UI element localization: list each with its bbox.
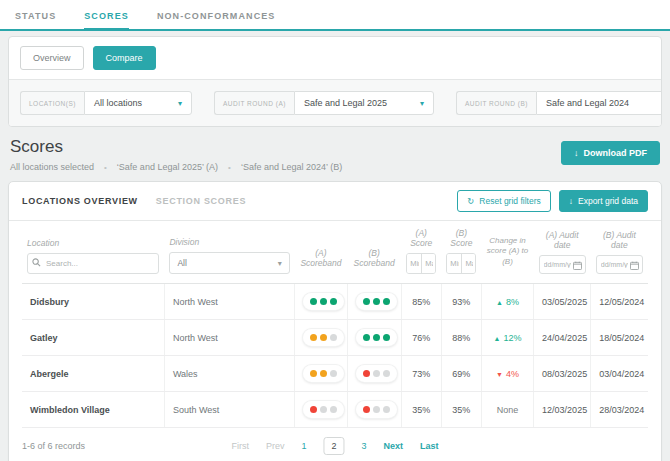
grid-tab-locations-overview[interactable]: LOCATIONS OVERVIEW xyxy=(22,196,138,206)
chevron-down-icon: ▾ xyxy=(178,99,182,108)
division-filter-value: All xyxy=(177,258,186,268)
audit-date-a-cell: 08/03/2025 xyxy=(534,356,591,392)
location-search xyxy=(27,253,159,274)
grid-header: LOCATIONS OVERVIEW SECTION SCORES ↻ Rese… xyxy=(9,182,661,221)
table-body: DidsburyNorth West85%93%▲8%03/05/202512/… xyxy=(22,284,648,428)
download-icon: ↓ xyxy=(569,196,573,206)
down-arrow-icon: ▼ xyxy=(496,371,503,378)
division-filter-select[interactable]: All ▾ xyxy=(169,252,289,274)
scoreband-dot-green-icon xyxy=(310,298,317,305)
scoreband-dot-green-icon xyxy=(373,298,380,305)
scoreband-dot-green-icon xyxy=(330,298,337,305)
table-row: Wimbledon VillageSouth West35%35%None12/… xyxy=(22,392,648,428)
scoreband-pill xyxy=(303,293,344,310)
score-b-max-input[interactable] xyxy=(461,254,475,273)
scoreband-dot-grey-icon xyxy=(330,406,337,413)
tab-scores[interactable]: SCORES xyxy=(84,0,129,31)
scoreband-pill xyxy=(303,365,344,382)
score-b-cell: 35% xyxy=(441,392,481,428)
pagination-first[interactable]: First xyxy=(231,441,249,451)
scoreband-cell xyxy=(295,392,347,428)
change-cell: ▼4% xyxy=(481,356,533,392)
calendar-icon xyxy=(630,261,639,270)
chevron-down-icon: ▾ xyxy=(420,99,424,108)
tab-non-conformances[interactable]: NON-CONFORMANCES xyxy=(157,0,276,31)
change-cell: None xyxy=(481,392,533,428)
location-search-input[interactable] xyxy=(27,253,159,274)
audit-round-b-value: Safe and Legal 2024 xyxy=(546,98,629,108)
location-column-label: Location xyxy=(27,238,159,248)
search-icon xyxy=(32,258,41,267)
audit-date-a-filter xyxy=(539,255,586,274)
scoreband-dot-orange-icon xyxy=(310,370,317,377)
export-grid-data-button[interactable]: ↓ Export grid data xyxy=(559,190,648,212)
pagination-page-3[interactable]: 3 xyxy=(362,441,367,451)
scoreband-dot-green-icon xyxy=(383,334,390,341)
scoreband-dot-grey-icon xyxy=(383,406,390,413)
scoreband-pill xyxy=(356,293,397,310)
change-value: 4% xyxy=(506,369,519,379)
scoreband-b-column-header: (B) Scoreband xyxy=(347,221,401,284)
location-cell: Didsbury xyxy=(22,284,164,320)
locations-select-value: All locations xyxy=(94,98,142,108)
score-a-max-input[interactable] xyxy=(421,254,435,273)
table-row: AbergeleWales73%69%▼4%08/03/202503/04/20… xyxy=(22,356,648,392)
scoreband-pill xyxy=(356,401,397,418)
pagination-last[interactable]: Last xyxy=(420,441,439,451)
pagination-page-2-current[interactable]: 2 xyxy=(323,437,344,455)
table-row: GatleyNorth West76%88%▲12%24/04/202518/0… xyxy=(22,320,648,356)
scoreband-cell xyxy=(347,392,401,428)
reset-grid-filters-label: Reset grid filters xyxy=(479,196,540,206)
score-a-cell: 76% xyxy=(401,320,441,356)
pagination-next[interactable]: Next xyxy=(384,441,404,451)
score-a-cell: 73% xyxy=(401,356,441,392)
audit-date-b-cell: 12/05/2024 xyxy=(591,284,648,320)
grid-tab-section-scores[interactable]: SECTION SCORES xyxy=(156,196,246,206)
view-toolbar: Overview Compare xyxy=(9,37,661,79)
score-a-cell: 35% xyxy=(401,392,441,428)
scoreband-cell xyxy=(295,356,347,392)
compare-button[interactable]: Compare xyxy=(93,46,156,70)
tab-status[interactable]: STATUS xyxy=(15,0,56,31)
pagination-prev[interactable]: Prev xyxy=(266,441,285,451)
audit-date-a-column-header: (A) Audit date xyxy=(534,221,591,284)
view-panel: Overview Compare LOCATION(S) All locatio… xyxy=(8,36,662,127)
scoreband-dot-grey-icon xyxy=(320,406,327,413)
scoreband-dot-green-icon xyxy=(363,298,370,305)
locations-filter-label: LOCATION(S) xyxy=(20,91,84,115)
location-column-header: Location xyxy=(22,221,164,284)
audit-round-b-label: AUDIT ROUND (B) xyxy=(456,91,536,115)
change-column-header: Change in score (A) to (B) xyxy=(481,221,533,284)
division-cell: North West xyxy=(164,320,294,356)
score-a-min-input[interactable] xyxy=(407,254,421,273)
scoreband-pill xyxy=(303,401,344,418)
scoreband-pill xyxy=(356,329,397,346)
refresh-icon: ↻ xyxy=(467,196,474,206)
selected-round-a-text: ‘Safe and Legal 2025’ (A) xyxy=(117,162,218,172)
scoreband-dot-green-icon xyxy=(320,298,327,305)
pagination-page-1[interactable]: 1 xyxy=(301,441,306,451)
reset-grid-filters-button[interactable]: ↻ Reset grid filters xyxy=(457,190,551,212)
filter-bar: LOCATION(S) All locations ▾ AUDIT ROUND … xyxy=(9,79,661,126)
locations-select[interactable]: All locations ▾ xyxy=(84,91,192,115)
scoreband-dot-grey-icon xyxy=(373,370,380,377)
change-cell: ▲8% xyxy=(481,284,533,320)
scoreband-pill xyxy=(303,329,344,346)
audit-round-a-value: Safe and Legal 2025 xyxy=(304,98,387,108)
score-b-min-input[interactable] xyxy=(447,254,461,273)
audit-date-b-cell: 18/05/2024 xyxy=(591,320,648,356)
pagination: First Prev 1 2 3 Next Last xyxy=(231,437,438,455)
scoreband-dot-orange-icon xyxy=(320,334,327,341)
download-pdf-button[interactable]: ↓ Download PDF xyxy=(561,141,660,165)
overview-button[interactable]: Overview xyxy=(20,46,84,70)
chevron-down-icon: ▾ xyxy=(278,259,282,268)
location-cell: Abergele xyxy=(22,356,164,392)
calendar-icon xyxy=(573,261,582,270)
audit-round-b-select[interactable]: Safe and Legal 2024 ▾ xyxy=(536,91,662,115)
scoreband-dot-red-icon xyxy=(310,406,317,413)
audit-round-b-filter: AUDIT ROUND (B) Safe and Legal 2024 ▾ xyxy=(456,91,662,115)
grid-footer: 1-6 of 6 records First Prev 1 2 3 Next L… xyxy=(9,428,661,461)
locations-grid-card: LOCATIONS OVERVIEW SECTION SCORES ↻ Rese… xyxy=(8,181,662,461)
audit-round-a-select[interactable]: Safe and Legal 2025 ▾ xyxy=(294,91,434,115)
scoreband-cell xyxy=(295,284,347,320)
